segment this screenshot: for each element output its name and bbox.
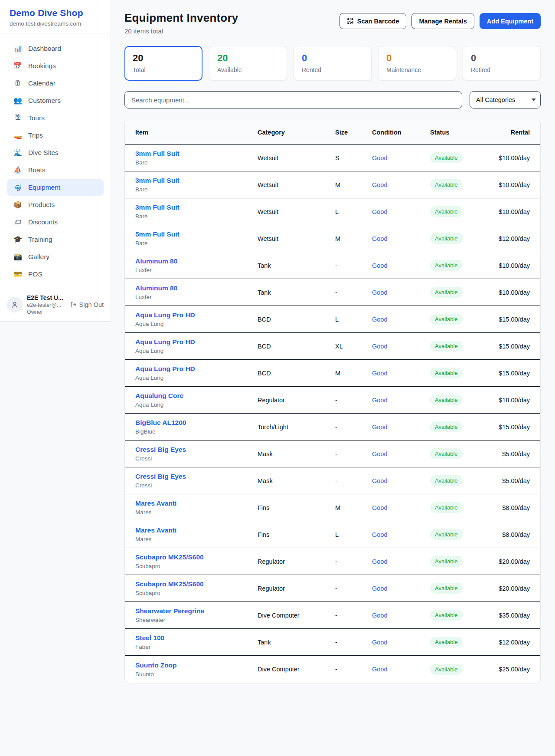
condition-link[interactable]: Good — [372, 397, 430, 404]
add-equipment-button[interactable]: Add Equipment — [480, 13, 541, 29]
item-name-link[interactable]: Mares Avanti — [135, 526, 258, 534]
condition-link[interactable]: Good — [372, 316, 430, 323]
cell-category: BCD — [258, 343, 335, 350]
item-name-link[interactable]: Mares Avanti — [135, 500, 258, 507]
sidebar-item-equipment[interactable]: 🤿 Equipment — [7, 179, 104, 196]
condition-link[interactable]: Good — [372, 181, 430, 188]
item-name-link[interactable]: Aqua Lung Pro HD — [135, 311, 258, 319]
item-name-link[interactable]: Aqua Lung Pro HD — [135, 338, 258, 346]
item-name-link[interactable]: Aluminum 80 — [135, 257, 258, 265]
status-badge: Available — [430, 583, 463, 594]
item-name-link[interactable]: BigBlue AL1200 — [135, 419, 258, 427]
graduation-cap-icon: 🎓 — [13, 236, 23, 243]
condition-link[interactable]: Good — [372, 235, 430, 242]
stat-card-retired[interactable]: 0 Retired — [463, 46, 541, 81]
condition-link[interactable]: Good — [372, 477, 430, 484]
condition-link[interactable]: Good — [372, 450, 430, 457]
sidebar-item-dashboard[interactable]: 📊 Dashboard — [7, 40, 104, 57]
condition-link[interactable]: Good — [372, 154, 430, 161]
status-badge: Available — [430, 448, 463, 459]
stat-card-available[interactable]: 20 Available — [209, 46, 287, 81]
item-name-link[interactable]: Steel 100 — [135, 634, 258, 642]
cell-size: L — [335, 316, 372, 323]
item-name-link[interactable]: 3mm Full Suit — [135, 204, 258, 211]
manage-rentals-button[interactable]: Manage Rentals — [411, 13, 474, 29]
condition-link[interactable]: Good — [372, 208, 430, 215]
condition-link[interactable]: Good — [372, 585, 430, 592]
sidebar-item-customers[interactable]: 👥 Customers — [7, 92, 104, 109]
table-row: Scubapro MK25/S600 Scubapro Regulator - … — [125, 548, 540, 575]
item-name-link[interactable]: Aqua Lung Pro HD — [135, 365, 258, 373]
item-name-link[interactable]: Cressi Big Eyes — [135, 446, 258, 454]
item-name-link[interactable]: 5mm Full Suit — [135, 230, 258, 238]
stat-card-rented[interactable]: 0 Rented — [294, 46, 372, 81]
sidebar-item-label: Bookings — [28, 62, 56, 70]
condition-link[interactable]: Good — [372, 289, 430, 296]
user-role: Owner — [27, 309, 65, 315]
sidebar-item-bookings[interactable]: 📅 Bookings — [7, 58, 104, 74]
sidebar-item-pos[interactable]: 💳 POS — [7, 266, 104, 283]
scan-barcode-button[interactable]: Scan Barcode — [340, 13, 407, 29]
sidebar-item-training[interactable]: 🎓 Training — [7, 231, 104, 248]
condition-link[interactable]: Good — [372, 370, 430, 377]
status-badge: Available — [430, 529, 463, 540]
item-brand: BigBlue — [135, 428, 258, 435]
cell-size: M — [335, 504, 372, 511]
sidebar-item-trips[interactable]: 🚤 Trips — [7, 127, 104, 144]
sidebar-item-tours[interactable]: 🏝 Tours — [7, 110, 104, 126]
item-name-link[interactable]: Scubapro MK25/S600 — [135, 580, 258, 588]
stat-card-maintenance[interactable]: 0 Maintenance — [378, 46, 456, 81]
sidebar-item-discounts[interactable]: 🏷 Discounts — [7, 214, 104, 230]
rental-price: $10.00/day — [495, 181, 530, 188]
item-name-link[interactable]: Cressi Big Eyes — [135, 473, 258, 480]
item-name-link[interactable]: Shearwater Peregrine — [135, 607, 258, 615]
cell-size: M — [335, 235, 372, 242]
rental-price: $10.00/day — [495, 154, 530, 161]
item-name-link[interactable]: Suunto Zoop — [135, 661, 258, 669]
sidebar-item-label: Equipment — [28, 184, 60, 191]
table-row: Aluminum 80 Luxfer Tank - Good Available… — [125, 252, 540, 279]
main-content: Equipment Inventory 20 items total — [111, 0, 555, 683]
app-root: Demo Dive Shop demo.test.divestreams.com… — [0, 0, 555, 683]
condition-link[interactable]: Good — [372, 504, 430, 511]
item-name-link[interactable]: Aluminum 80 — [135, 284, 258, 292]
item-brand: Bare — [135, 159, 258, 166]
condition-link[interactable]: Good — [372, 343, 430, 350]
sidebar-item-gallery[interactable]: 📸 Gallery — [7, 249, 104, 265]
spiral-calendar-icon: 🗓 — [13, 80, 23, 87]
item-name-link[interactable]: 3mm Full Suit — [135, 150, 258, 158]
item-brand: Luxfer — [135, 267, 258, 273]
package-icon: 📦 — [13, 201, 23, 208]
cell-size: - — [335, 612, 372, 619]
condition-link[interactable]: Good — [372, 639, 430, 646]
condition-link[interactable]: Good — [372, 558, 430, 565]
page-header-text: Equipment Inventory 20 items total — [124, 11, 238, 35]
sidebar-item-dive-sites[interactable]: 🌊 Dive Sites — [7, 145, 104, 161]
sidebar-item-boats[interactable]: ⛵ Boats — [7, 162, 104, 178]
item-brand: Bare — [135, 213, 258, 220]
condition-link[interactable]: Good — [372, 612, 430, 619]
item-name-link[interactable]: Aqualung Core — [135, 392, 258, 400]
stat-label: Available — [217, 66, 279, 73]
search-input[interactable] — [124, 91, 462, 108]
item-brand: Cressi — [135, 455, 258, 462]
user-name: E2E Test U... — [27, 294, 65, 301]
condition-link[interactable]: Good — [372, 424, 430, 431]
tag-icon: 🏷 — [13, 219, 23, 226]
condition-link[interactable]: Good — [372, 666, 430, 673]
sign-out-button[interactable]: Sign Out — [70, 301, 104, 308]
cell-category: Regulator — [258, 558, 335, 565]
item-name-link[interactable]: 3mm Full Suit — [135, 177, 258, 184]
stat-card-total[interactable]: 20 Total — [124, 46, 202, 81]
page-title: Equipment Inventory — [124, 11, 238, 25]
category-filter-select[interactable]: All Categories — [470, 91, 541, 108]
cell-category: Fins — [258, 504, 335, 511]
condition-link[interactable]: Good — [372, 531, 430, 538]
calendar-icon: 📅 — [13, 62, 23, 69]
sidebar-item-calendar[interactable]: 🗓 Calendar — [7, 75, 104, 92]
condition-link[interactable]: Good — [372, 262, 430, 269]
table-row: BigBlue AL1200 BigBlue Torch/Light - Goo… — [125, 414, 540, 440]
sidebar-item-products[interactable]: 📦 Products — [7, 197, 104, 213]
sidebar-item-label: Boats — [28, 166, 46, 174]
item-name-link[interactable]: Scubapro MK25/S600 — [135, 553, 258, 561]
